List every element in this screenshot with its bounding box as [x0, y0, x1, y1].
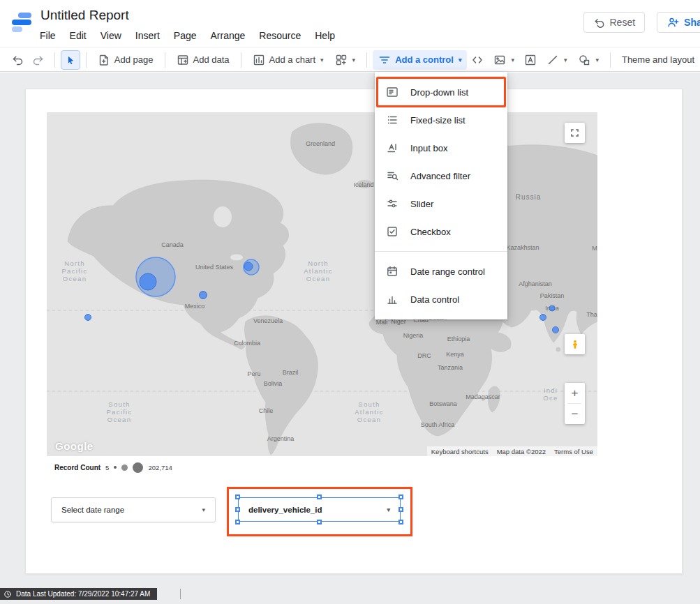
map-bubble[interactable]: [140, 273, 156, 290]
add-page-button[interactable]: Add page: [92, 50, 159, 70]
share-button[interactable]: Share: [657, 12, 700, 33]
chevron-down-icon: ▾: [352, 56, 356, 63]
legend-metric-label: Record Count: [54, 464, 100, 471]
resize-handle[interactable]: [235, 507, 240, 512]
menu-item-label: Input box: [410, 143, 448, 153]
theme-and-layout-button[interactable]: Theme and layout: [616, 50, 700, 70]
date-range-control[interactable]: Select date range ▾: [51, 497, 216, 522]
add-control-menu: Drop-down listFixed-size listInput boxAd…: [375, 72, 507, 319]
zoom-out-button[interactable]: −: [565, 404, 585, 424]
fullscreen-icon: [569, 128, 580, 138]
map-label: SouthAtlanticOcean: [355, 400, 384, 423]
resize-handle[interactable]: [317, 520, 322, 524]
menu-page[interactable]: Page: [167, 28, 204, 43]
menu-item-slider[interactable]: Slider: [375, 190, 507, 218]
menu-item-fixed-size-list[interactable]: Fixed-size list: [375, 106, 507, 134]
chevron-down-icon: ▾: [511, 56, 514, 63]
text-box-button[interactable]: [520, 50, 541, 70]
toolbar-separator: [86, 52, 87, 68]
reset-button[interactable]: Reset: [583, 12, 646, 33]
map-label: Argentina: [267, 435, 295, 442]
resize-handle[interactable]: [235, 494, 240, 499]
add-control-label: Add a control: [395, 54, 454, 65]
theme-layout-label: Theme and layout: [622, 54, 694, 65]
map-bubble[interactable]: [553, 327, 559, 333]
menu-item-checkbox[interactable]: Checkbox: [375, 218, 507, 246]
menu-divider: [375, 251, 507, 252]
redo-icon: [32, 54, 45, 66]
resize-handle[interactable]: [399, 507, 403, 512]
map-label: SouthPacificOcean: [106, 400, 132, 423]
menu-item-date-range-control[interactable]: Date range control: [375, 257, 507, 285]
report-title[interactable]: Untitled Report: [40, 8, 129, 23]
map-bubble[interactable]: [549, 305, 555, 311]
vehicle-dropdown-control[interactable]: delivery_vehicle_id ▾: [238, 497, 401, 522]
toolbar: Add page Add data Add a chart ▾ ▾ Add a …: [0, 47, 700, 72]
menu-item-advanced-filter[interactable]: Advanced filter: [375, 162, 507, 190]
map-label: Mali: [376, 319, 388, 326]
sri-lanka: [556, 347, 560, 352]
redo-button[interactable]: [28, 50, 49, 70]
menu-insert[interactable]: Insert: [128, 28, 167, 43]
community-visualizations-button[interactable]: ▾: [329, 50, 362, 70]
resize-handle[interactable]: [317, 494, 322, 499]
menu-view[interactable]: View: [94, 28, 128, 43]
undo-button[interactable]: [7, 50, 28, 70]
map-fullscreen-button[interactable]: [565, 123, 585, 143]
map-label: Peru: [247, 370, 260, 377]
map-label: Nigeria: [403, 332, 424, 339]
community-visualizations-icon: [335, 54, 348, 66]
map-label: Kenya: [446, 351, 464, 358]
report-page[interactable]: GreenlandIcelandCanadaUnited StatesMexic…: [25, 89, 683, 574]
line-tool-button[interactable]: ▾: [541, 50, 573, 70]
menu-item-drop-down-list[interactable]: Drop-down list: [375, 78, 507, 106]
shape-tool-button[interactable]: ▾: [572, 50, 604, 70]
toolbar-separator: [366, 52, 367, 68]
attribution-terms-of-use[interactable]: Terms of Use: [554, 448, 593, 455]
menu-help[interactable]: Help: [308, 28, 342, 43]
embed-code-icon: [471, 54, 484, 66]
insert-image-button[interactable]: ▾: [488, 50, 520, 70]
image-icon: [493, 54, 506, 66]
google-watermark: Google: [55, 440, 94, 452]
map-bubble[interactable]: [85, 315, 91, 321]
geo-bubble-map[interactable]: GreenlandIcelandCanadaUnited StatesMexic…: [47, 112, 597, 456]
map-label: Kazakhstan: [506, 244, 539, 251]
vehicle-dropdown-label: delivery_vehicle_id: [248, 506, 322, 514]
date-range-control-icon: [385, 264, 399, 278]
menubar: FileEditViewInsertPageArrangeResourceHel…: [33, 28, 342, 43]
legend-medium-bubble: [121, 465, 128, 471]
advanced-filter-icon: [385, 169, 399, 183]
resize-handle[interactable]: [235, 520, 240, 524]
menu-edit[interactable]: Edit: [63, 28, 94, 43]
attribution-map-data-2022: Map data ©2022: [497, 448, 546, 455]
undo-icon: [11, 54, 24, 66]
status-bar-divider: [180, 589, 181, 599]
legend-max-value: 202,714: [148, 464, 172, 471]
menu-arrange[interactable]: Arrange: [204, 28, 253, 43]
attribution-keyboard-shortcuts[interactable]: Keyboard shortcuts: [431, 448, 489, 455]
dropdown-arrow-icon: ▾: [387, 506, 390, 513]
select-tool-button[interactable]: [61, 50, 80, 70]
embed-url-button[interactable]: [467, 50, 488, 70]
add-chart-icon: [253, 54, 265, 66]
zoom-in-button[interactable]: +: [565, 383, 585, 403]
menu-resource[interactable]: Resource: [252, 28, 308, 43]
map-label: Colombia: [234, 340, 260, 347]
menu-item-input-box[interactable]: Input box: [375, 134, 507, 162]
map-bubble[interactable]: [244, 262, 253, 271]
resize-handle[interactable]: [399, 520, 403, 524]
cursor-icon: [65, 54, 76, 66]
map-label: Canada: [161, 241, 184, 248]
map-bubble[interactable]: [200, 292, 207, 299]
street-view-pegman-button[interactable]: [565, 334, 585, 354]
data-freshness-bar[interactable]: Data Last Updated: 7/29/2022 10:47:27 AM: [0, 588, 157, 600]
resize-handle[interactable]: [399, 494, 403, 499]
menu-item-data-control[interactable]: Data control: [375, 285, 507, 313]
map-zoom-control: + −: [565, 383, 585, 424]
add-chart-button[interactable]: Add a chart ▾: [247, 50, 329, 70]
add-data-button[interactable]: Add data: [171, 50, 235, 70]
map-bubble[interactable]: [540, 315, 546, 321]
add-control-button[interactable]: Add a control ▾: [373, 50, 467, 70]
menu-file[interactable]: File: [33, 28, 63, 43]
